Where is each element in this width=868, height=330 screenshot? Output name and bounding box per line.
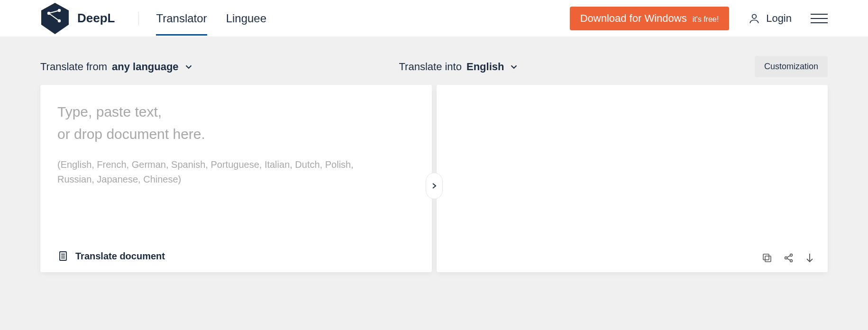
target-panel [437,85,828,272]
download-button[interactable] [805,252,814,264]
download-button[interactable]: Download for Windows it's free! [570,7,730,30]
svg-rect-11 [765,256,771,262]
document-icon [57,250,69,262]
download-label: Download for Windows [580,12,687,25]
source-panel[interactable]: Type, paste text, or drop document here.… [40,85,432,272]
target-language-selector[interactable]: Translate into English [396,61,754,73]
header-right: Download for Windows it's free! Login [570,7,828,30]
language-row: Translate from any language Translate in… [40,56,828,77]
main: Translate from any language Translate in… [0,37,868,330]
translate-document-button[interactable]: Translate document [57,250,415,262]
chevron-down-icon [183,62,194,72]
logo[interactable]: DeepL [40,2,115,35]
download-badge: it's free! [693,15,719,24]
tab-translator[interactable]: Translator [156,1,207,36]
tab-linguee[interactable]: Linguee [226,1,266,36]
header: DeepL Translator Linguee Download for Wi… [0,0,868,37]
separator [138,12,139,25]
svg-marker-0 [41,3,69,34]
share-icon [783,252,795,264]
share-button[interactable] [783,252,795,264]
nav-tabs: Translator Linguee [156,1,266,36]
target-panel-actions [761,252,814,264]
source-language-selector[interactable]: Translate from any language [40,61,396,73]
svg-line-16 [787,256,790,257]
user-icon [748,12,760,25]
download-arrow-icon [805,252,814,264]
login-button[interactable]: Login [748,12,792,25]
translate-document-label: Translate document [75,251,165,262]
to-language: English [466,61,504,73]
translator-panels: Type, paste text, or drop document here.… [40,85,828,272]
deepl-logo-icon [40,2,70,35]
source-placeholder: Type, paste text, or drop document here. [57,101,415,145]
copy-icon [761,252,773,264]
brand-name: DeepL [77,11,115,26]
customization-button[interactable]: Customization [755,56,828,77]
chevron-right-icon [432,183,437,189]
from-language: any language [112,61,179,73]
to-prefix: Translate into [399,61,461,73]
from-prefix: Translate from [40,61,107,73]
source-languages-hint: (English, French, German, Spanish, Portu… [57,157,361,187]
login-label: Login [766,12,792,25]
menu-icon[interactable] [811,14,828,23]
svg-point-6 [752,14,757,18]
chevron-down-icon [509,62,519,72]
svg-rect-12 [763,254,769,260]
svg-line-17 [787,258,790,260]
copy-button[interactable] [761,252,773,264]
swap-languages-button[interactable] [426,173,443,199]
